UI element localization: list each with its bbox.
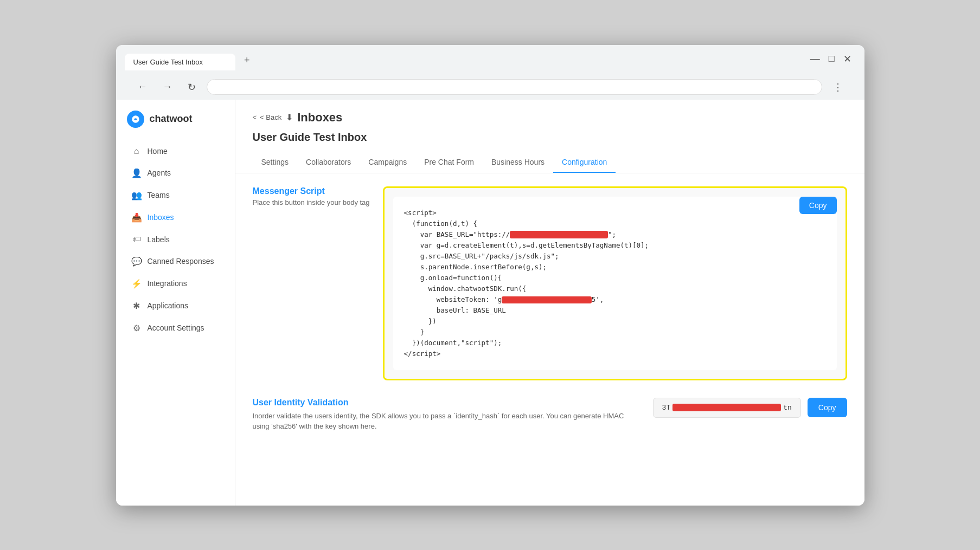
sidebar-label-labels: Labels [148,235,170,244]
sidebar-label-home: Home [148,147,168,156]
download-icon: ⬇ [286,112,293,122]
sidebar-item-agents[interactable]: 👤 Agents [120,163,230,184]
messenger-script-section: Messenger Script Place this button insid… [253,186,847,380]
browser-window: User Guide Test Inbox + — □ ✕ ← → ↻ ⋮ [116,45,864,506]
token-suffix: tn [783,404,792,412]
user-identity-desc: Inorder validate the users identity, the… [253,411,640,432]
tab-business-hours[interactable]: Business Hours [483,152,553,173]
home-icon: ⌂ [131,146,142,156]
sidebar-item-integrations[interactable]: ⚡ Integrations [120,273,230,294]
messenger-script-info: Messenger Script Place this button insid… [253,186,370,206]
sidebar-item-account-settings[interactable]: ⚙ Account Settings [120,318,230,339]
messenger-script-code-container: Copy <script> (function(d,t) { var BASE_… [383,186,847,380]
sidebar-label-canned-responses: Canned Responses [148,257,214,266]
sidebar-item-inboxes[interactable]: 📥 Inboxes [120,207,230,228]
reload-button[interactable]: ↻ [183,79,200,95]
messenger-script-code: <script> (function(d,t) { var BASE_URL="… [393,197,837,370]
messenger-script-title: Messenger Script [253,186,370,196]
sidebar: chatwoot ⌂ Home 👤 Agents 👥 Teams 📥 Inbox [116,100,235,506]
sidebar-navigation: ⌂ Home 👤 Agents 👥 Teams 📥 Inboxes 🏷 [116,141,235,339]
sidebar-label-inboxes: Inboxes [148,213,174,222]
sidebar-label-teams: Teams [148,191,170,199]
inboxes-icon: 📥 [131,212,142,223]
page-title: Inboxes [297,111,342,125]
sidebar-item-applications[interactable]: ✱ Applications [120,295,230,316]
user-identity-token-box: 3T tn [653,398,801,418]
tab-bar: User Guide Test Inbox + [125,50,259,70]
agents-icon: 👤 [131,168,142,178]
new-tab-button[interactable]: + [235,50,259,70]
canned-responses-icon: 💬 [131,256,142,267]
user-identity-section: User Identity Validation Inorder validat… [253,398,847,432]
tab-campaigns[interactable]: Campaigns [360,152,415,173]
page-header: < < Back ⬇ Inboxes User Guide Test Inbox… [235,100,864,173]
inbox-name: User Guide Test Inbox [253,131,367,144]
token-prefix: 3T [662,404,671,412]
tab-pre-chat-form[interactable]: Pre Chat Form [415,152,483,173]
tab-navigation: Settings Collaborators Campaigns Pre Cha… [253,152,847,173]
sidebar-item-labels[interactable]: 🏷 Labels [120,229,230,250]
breadcrumb: < < Back ⬇ Inboxes [253,111,847,125]
user-identity-code-area: 3T tn Copy [653,398,847,418]
back-chevron-icon: < [253,113,257,121]
browser-chrome: User Guide Test Inbox + — □ ✕ ← → ↻ ⋮ [116,45,864,100]
user-identity-title: User Identity Validation [253,398,640,407]
browser-menu-button[interactable]: ⋮ [829,79,847,95]
maximize-icon[interactable]: □ [829,53,835,65]
sidebar-label-applications: Applications [148,301,189,310]
minimize-icon[interactable]: — [810,53,820,65]
tab-collaborators[interactable]: Collaborators [297,152,360,173]
close-icon[interactable]: ✕ [843,53,851,65]
applications-icon: ✱ [131,301,142,311]
user-identity-copy-button[interactable]: Copy [808,398,847,417]
code-text: <script> (function(d,t) { var BASE_URL="… [404,208,826,359]
integrations-icon: ⚡ [131,279,142,289]
sidebar-item-canned-responses[interactable]: 💬 Canned Responses [120,251,230,272]
app-content: chatwoot ⌂ Home 👤 Agents 👥 Teams 📥 Inbox [116,100,864,506]
back-button[interactable]: ← [133,79,152,95]
user-identity-info: User Identity Validation Inorder validat… [253,398,640,432]
back-label: < Back [260,113,281,121]
account-settings-icon: ⚙ [131,323,142,333]
sidebar-label-agents: Agents [148,169,171,177]
logo-area: chatwoot [116,111,235,141]
tab-label: User Guide Test Inbox [133,58,203,66]
address-bar[interactable] [207,79,822,95]
tab-settings[interactable]: Settings [253,152,298,173]
nav-bar: ← → ↻ ⋮ [125,75,856,100]
title-bar: User Guide Test Inbox + — □ ✕ [125,50,856,70]
sidebar-label-integrations: Integrations [148,279,187,288]
forward-button[interactable]: → [158,79,177,95]
logo-text: chatwoot [150,113,193,125]
logo-icon [127,111,144,128]
sidebar-label-account-settings: Account Settings [148,323,204,332]
messenger-script-copy-button[interactable]: Copy [799,197,837,214]
inbox-title-row: User Guide Test Inbox [253,131,847,144]
content-area: Messenger Script Place this button insid… [235,173,864,445]
teams-icon: 👥 [131,190,142,200]
labels-icon: 🏷 [131,235,142,244]
sidebar-item-teams[interactable]: 👥 Teams [120,185,230,206]
tab-configuration[interactable]: Configuration [553,152,616,173]
sidebar-item-home[interactable]: ⌂ Home [120,141,230,161]
main-content: < < Back ⬇ Inboxes User Guide Test Inbox… [235,100,864,506]
messenger-script-desc: Place this button inside your body tag [253,198,370,206]
browser-tab[interactable]: User Guide Test Inbox [125,54,235,70]
back-link[interactable]: < < Back [253,113,282,121]
